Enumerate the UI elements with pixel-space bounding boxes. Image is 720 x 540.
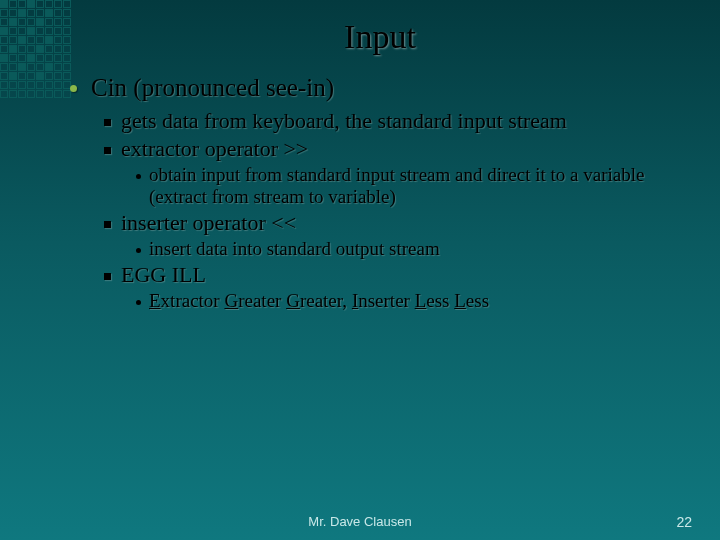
bullet-level3: Extractor Greater Greater, Inserter Less… xyxy=(136,290,690,312)
bullet-level2: EGG ILL xyxy=(104,262,690,288)
slide-content: Input Cin (pronounced see-in) gets data … xyxy=(0,0,720,540)
bullet-text: Cin (pronounced see-in) xyxy=(91,74,334,101)
footer-author: Mr. Dave Clausen xyxy=(308,514,411,529)
bullet-text: extractor operator >> xyxy=(121,136,308,162)
bullet-level2: extractor operator >> xyxy=(104,136,690,162)
bullet-text: insert data into standard output stream xyxy=(149,238,440,260)
bullet-text: inserter operator << xyxy=(121,210,296,236)
footer-page-number: 22 xyxy=(676,514,692,530)
bullet-level3: obtain input from standard input stream … xyxy=(136,164,690,208)
bullet-level1: Cin (pronounced see-in) xyxy=(70,74,690,102)
bullet-text: gets data from keyboard, the standard in… xyxy=(121,108,567,134)
bullet-level3: insert data into standard output stream xyxy=(136,238,690,260)
slide-title: Input xyxy=(70,18,690,56)
bullet-dot-icon xyxy=(136,248,141,253)
bullet-square-icon xyxy=(104,119,111,126)
bullet-level2: inserter operator << xyxy=(104,210,690,236)
bullet-dot-icon xyxy=(136,174,141,179)
bullet-square-icon xyxy=(104,221,111,228)
bullet-text: EGG ILL xyxy=(121,262,206,288)
mnemonic-text: Extractor Greater Greater, Inserter Less… xyxy=(149,290,489,312)
bullet-dot-icon xyxy=(70,85,77,92)
slide-footer: Mr. Dave Clausen 22 xyxy=(0,514,720,530)
bullet-text: obtain input from standard input stream … xyxy=(149,164,690,208)
bullet-square-icon xyxy=(104,273,111,280)
bullet-square-icon xyxy=(104,147,111,154)
bullet-level2: gets data from keyboard, the standard in… xyxy=(104,108,690,134)
bullet-dot-icon xyxy=(136,300,141,305)
